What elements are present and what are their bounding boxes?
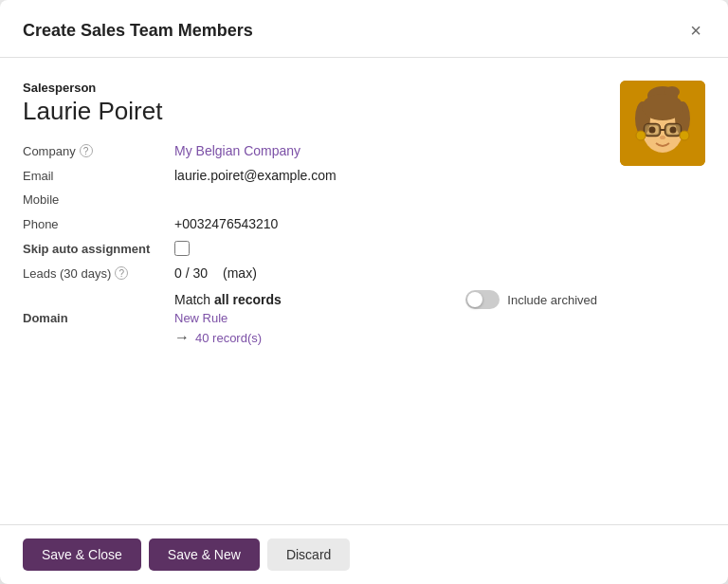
- save-close-button[interactable]: Save & Close: [23, 538, 141, 571]
- close-button[interactable]: ×: [686, 17, 705, 44]
- discard-button[interactable]: Discard: [267, 538, 350, 571]
- salesperson-name: Laurie Poiret: [23, 97, 597, 126]
- svg-point-6: [642, 94, 683, 120]
- svg-point-12: [649, 127, 656, 134]
- toggle-thumb: [467, 292, 482, 307]
- salesperson-section: Salesperson Laurie Poiret Company ? My B…: [23, 81, 705, 346]
- leads-help-icon: ?: [115, 266, 128, 280]
- arrow-icon: →: [174, 329, 190, 346]
- include-archived-wrapper: Include archived: [465, 290, 597, 309]
- modal-header: Create Sales Team Members ×: [0, 0, 728, 58]
- records-count: 40 record(s): [195, 331, 262, 345]
- email-label: Email: [23, 169, 174, 183]
- modal-body: Salesperson Laurie Poiret Company ? My B…: [0, 58, 728, 524]
- email-value: laurie.poiret@example.com: [174, 168, 597, 183]
- toggle-track: [465, 290, 500, 309]
- skip-auto-checkbox[interactable]: [174, 241, 190, 256]
- company-link[interactable]: My Belgian Company: [174, 143, 300, 158]
- skip-auto-label: Skip auto assignment: [23, 242, 174, 256]
- phone-value: +0032476543210: [174, 216, 597, 231]
- svg-point-13: [670, 127, 677, 134]
- svg-point-16: [680, 131, 689, 140]
- fields-grid: Company ? My Belgian Company Email lauri…: [23, 143, 597, 346]
- domain-top: Match all records Include archived: [174, 290, 597, 309]
- svg-point-15: [636, 131, 646, 140]
- leads-value: 0 / 30: [174, 265, 208, 281]
- include-archived-label: Include archived: [507, 293, 597, 307]
- skip-auto-field: [174, 241, 597, 256]
- include-archived-toggle[interactable]: [465, 290, 500, 309]
- svg-point-14: [660, 136, 665, 139]
- leads-label: Leads (30 days) ?: [23, 266, 174, 281]
- company-label: Company ?: [23, 144, 174, 158]
- domain-match: Match all records: [174, 292, 282, 307]
- salesperson-info: Salesperson Laurie Poiret Company ? My B…: [23, 81, 597, 346]
- company-help-icon: ?: [80, 144, 93, 157]
- leads-value-row: 0 / 30 (max): [174, 265, 597, 281]
- domain-field-wrapper: Match all records Include archived: [174, 290, 597, 346]
- new-rule-link[interactable]: New Rule: [174, 311, 597, 325]
- records-link[interactable]: → 40 record(s): [174, 329, 597, 346]
- company-value: My Belgian Company: [174, 143, 597, 158]
- salesperson-label: Salesperson: [23, 81, 597, 95]
- leads-max-label: (max): [223, 265, 257, 281]
- phone-label: Phone: [23, 217, 174, 231]
- modal-title: Create Sales Team Members: [23, 21, 253, 41]
- modal-footer: Save & Close Save & New Discard: [0, 524, 728, 584]
- avatar: [620, 81, 705, 166]
- create-sales-team-modal: Create Sales Team Members × Salesperson …: [0, 0, 728, 584]
- domain-label: Domain: [23, 311, 174, 325]
- mobile-label: Mobile: [23, 192, 174, 207]
- save-new-button[interactable]: Save & New: [149, 538, 260, 571]
